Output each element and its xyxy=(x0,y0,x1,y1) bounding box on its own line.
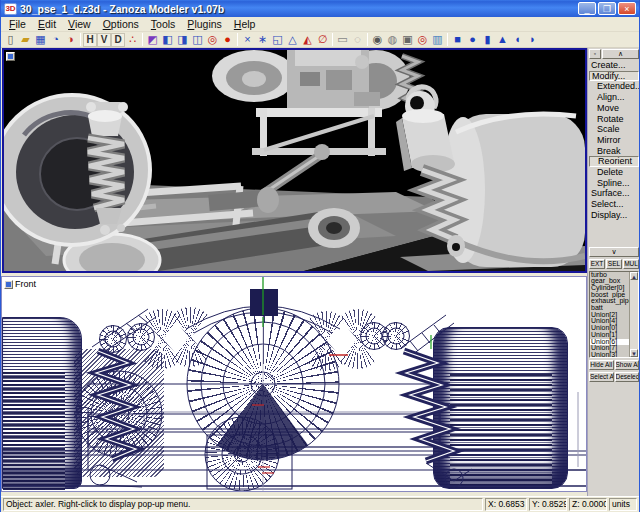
panel-item-display[interactable]: Display... xyxy=(589,210,639,221)
object-list-item[interactable]: Union[4] xyxy=(590,318,630,325)
layout-horizontal-button[interactable]: H xyxy=(83,33,97,47)
hide-all-button[interactable]: Hide All xyxy=(589,360,614,370)
show-normals-icon[interactable]: ◭ xyxy=(300,32,315,47)
lock-toggle-icon[interactable]: ∅ xyxy=(315,32,330,47)
layout-vertical-button[interactable]: V xyxy=(97,33,111,47)
menu-view[interactable]: View xyxy=(62,18,97,30)
ext-mode-button[interactable]: EXT xyxy=(589,259,605,269)
zoom-tool-icon[interactable]: ◉ xyxy=(370,32,385,47)
primitive-torus-icon[interactable]: ◖ xyxy=(510,32,525,47)
viewport-front[interactable]: Front xyxy=(1,276,587,492)
status-x-coordinate: X: 0.6853 xyxy=(485,498,527,511)
menu-help[interactable]: Help xyxy=(228,18,262,30)
toolbar-separator xyxy=(237,33,238,46)
panel-item-reorient[interactable]: Reorient xyxy=(589,156,639,167)
panel-corner-button[interactable]: ◦ xyxy=(589,49,601,59)
show-all-button[interactable]: Show All xyxy=(615,360,640,370)
deselect-button[interactable]: Deselect xyxy=(615,372,640,382)
open-file-icon[interactable]: ▰ xyxy=(18,32,33,47)
view-wireframe-icon[interactable]: ◧ xyxy=(160,32,175,47)
panel-item-modify[interactable]: Modify... xyxy=(589,71,639,82)
layout-quad-button[interactable]: D xyxy=(111,33,125,47)
object-list-item[interactable]: Union[1] xyxy=(590,332,630,339)
object-list-item[interactable]: Union[2] xyxy=(590,312,630,319)
primitive-cone-icon[interactable]: ▲ xyxy=(495,32,510,47)
toolbar-separator xyxy=(142,33,143,46)
panel-item-rotate[interactable]: Rotate xyxy=(589,114,639,125)
menu-plugins[interactable]: Plugins xyxy=(181,18,227,30)
faces-mode-icon[interactable]: ◩ xyxy=(145,32,160,47)
panel-item-create[interactable]: Create... xyxy=(589,60,639,71)
viewport-menu-icon[interactable] xyxy=(4,280,13,289)
material-ball-icon[interactable]: ● xyxy=(220,32,235,47)
select-free-icon[interactable]: △ xyxy=(285,32,300,47)
mul-mode-button[interactable]: MUL xyxy=(623,259,639,269)
object-list-item[interactable]: Union[0] xyxy=(590,325,630,332)
fit-screen-icon[interactable]: ▥ xyxy=(430,32,445,47)
workspace: Front ◦ ∧ Create... Modify... Extended..… xyxy=(1,48,639,496)
primitive-cube-icon[interactable]: ■ xyxy=(450,32,465,47)
panel-scroll-down-button[interactable]: ∨ xyxy=(589,247,639,257)
primitive-cylinder-icon[interactable]: ▮ xyxy=(480,32,495,47)
viewport-front-label[interactable]: Front xyxy=(15,279,36,289)
panel-item-move[interactable]: Move xyxy=(589,103,639,114)
select-cross-icon[interactable]: × xyxy=(240,32,255,47)
restore-button[interactable]: ❐ xyxy=(598,2,616,15)
close-button[interactable]: × xyxy=(618,2,636,15)
render-left-wheel xyxy=(4,95,150,245)
object-list-item[interactable]: Cylinder[0] xyxy=(590,285,630,292)
object-list-item[interactable]: gear_box xyxy=(590,278,630,285)
new-file-icon[interactable]: ▯ xyxy=(3,32,18,47)
vertex-markers-icon[interactable]: ∴ xyxy=(125,32,140,47)
panel-item-spline[interactable]: Spline... xyxy=(589,178,639,189)
scroll-down-icon[interactable]: ▼ xyxy=(630,349,638,357)
save-file-icon[interactable]: ▦ xyxy=(33,32,48,47)
scroll-up-icon[interactable]: ▲ xyxy=(630,272,638,280)
object-list-item[interactable]: batt xyxy=(590,305,630,312)
import-model-icon[interactable]: ◔ xyxy=(48,32,63,47)
primitive-ring-icon[interactable]: ◗ xyxy=(525,32,540,47)
toolbar: ▯ ▰ ▦ ◔ ◑ H V D ∴ ◩ ◧ ◨ ◫ ◎ ● × ∗ ◱ △ ◭ … xyxy=(1,32,639,48)
viewport-perspective[interactable] xyxy=(2,48,587,273)
menu-tools[interactable]: Tools xyxy=(145,18,182,30)
minimize-button[interactable]: _ xyxy=(578,2,596,15)
object-list-item[interactable]: Union[7] xyxy=(590,345,630,352)
menu-options[interactable]: Options xyxy=(97,18,145,30)
marquee-circle-icon[interactable]: ◌ xyxy=(350,32,365,47)
panel-scroll-up-button[interactable]: ∧ xyxy=(602,49,639,59)
select-star-icon[interactable]: ∗ xyxy=(255,32,270,47)
toolbar-separator xyxy=(447,33,448,46)
sphere-view-icon[interactable]: ◎ xyxy=(415,32,430,47)
object-list-item-selected[interactable]: Union[6] xyxy=(590,339,630,346)
object-list[interactable]: turbo gear_box Cylinder[0] boost_pipe ex… xyxy=(589,271,639,358)
object-list-item[interactable]: boost_pipe xyxy=(590,292,630,299)
viewport-menu-icon[interactable] xyxy=(6,52,15,61)
panel-item-align[interactable]: Align... xyxy=(589,92,639,103)
view-textured-icon[interactable]: ◫ xyxy=(190,32,205,47)
object-list-scrollbar[interactable]: ▲ ▼ xyxy=(629,272,638,357)
primitive-sphere-icon[interactable]: ● xyxy=(465,32,480,47)
view-flat-icon[interactable]: ◨ xyxy=(175,32,190,47)
panel-item-break[interactable]: Break xyxy=(589,146,639,157)
orbit-tool-icon[interactable]: ◍ xyxy=(385,32,400,47)
export-model-icon[interactable]: ◑ xyxy=(63,32,78,47)
marquee-rect-icon[interactable]: ▭ xyxy=(335,32,350,47)
cube-view-icon[interactable]: ▣ xyxy=(400,32,415,47)
object-list-item[interactable]: exhaust_pipe xyxy=(590,298,630,305)
menu-file[interactable]: File xyxy=(3,18,32,30)
object-list-item[interactable]: turbo xyxy=(590,272,630,279)
object-list-item[interactable]: Union[3] xyxy=(590,352,630,358)
status-bar: Object: axler. Right-click to display po… xyxy=(1,496,639,512)
menu-edit[interactable]: Edit xyxy=(32,18,62,30)
select-all-button[interactable]: Select All xyxy=(589,372,614,382)
view-disabled-icon[interactable]: ◎ xyxy=(205,32,220,47)
panel-item-delete[interactable]: Delete xyxy=(589,167,639,178)
select-window-icon[interactable]: ◱ xyxy=(270,32,285,47)
right-panel: ◦ ∧ Create... Modify... Extended... Alig… xyxy=(587,48,640,496)
panel-item-select[interactable]: Select... xyxy=(589,199,639,210)
panel-item-mirror[interactable]: Mirror xyxy=(589,135,639,146)
panel-item-surface[interactable]: Surface... xyxy=(589,188,639,199)
sel-mode-button[interactable]: SEL xyxy=(606,259,622,269)
panel-item-scale[interactable]: Scale xyxy=(589,124,639,135)
panel-item-extended[interactable]: Extended... xyxy=(589,81,639,92)
